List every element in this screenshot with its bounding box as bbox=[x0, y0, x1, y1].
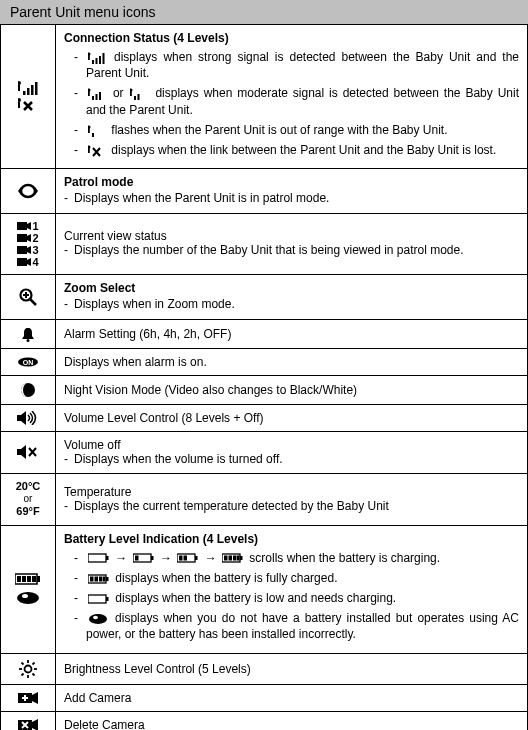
volume-off-heading: Volume off bbox=[64, 438, 120, 452]
svg-rect-2 bbox=[23, 91, 26, 95]
cam-num-2: 2 bbox=[32, 232, 38, 244]
battery-empty-icon bbox=[88, 594, 110, 604]
svg-rect-25 bbox=[92, 133, 94, 137]
night-vision-heading: Night Vision Mode (Video also changes to… bbox=[64, 383, 357, 397]
row-add-camera: Add Camera bbox=[1, 684, 528, 711]
temp-f: 69°F bbox=[9, 505, 47, 518]
svg-point-1 bbox=[18, 81, 21, 85]
battery-2-icon bbox=[177, 553, 199, 563]
svg-point-82 bbox=[93, 616, 98, 619]
connection-list: displays when strong signal is detected … bbox=[64, 49, 519, 158]
connection-item-3: displays when the link between the Paren… bbox=[74, 142, 519, 158]
svg-rect-59 bbox=[106, 556, 109, 560]
svg-marker-33 bbox=[27, 234, 31, 242]
battery-text-2: displays when the battery is low and nee… bbox=[115, 591, 396, 605]
row-brightness: Brightness Level Control (5 Levels) bbox=[1, 653, 528, 684]
svg-rect-48 bbox=[17, 449, 21, 455]
connection-item-2: flashes when the Parent Unit is out of r… bbox=[74, 122, 519, 138]
volume-off-desc: Displays when the volume is turned off. bbox=[64, 452, 519, 468]
page-title: Parent Unit menu icons bbox=[10, 4, 156, 20]
svg-rect-54 bbox=[27, 576, 31, 582]
connection-text-0: displays when strong signal is detected … bbox=[86, 50, 519, 80]
alarm-on-icon: ON bbox=[9, 357, 47, 367]
signal-4-icon bbox=[88, 52, 106, 64]
icon-cell-add-camera bbox=[1, 684, 56, 711]
alarm-icon bbox=[9, 326, 47, 342]
svg-rect-78 bbox=[103, 576, 106, 581]
svg-point-7 bbox=[18, 98, 21, 102]
desc-delete-camera: Delete Camera bbox=[56, 711, 528, 730]
svg-rect-65 bbox=[179, 556, 183, 561]
desc-alarm-on: Displays when alarm is on. bbox=[56, 348, 528, 375]
temperature-heading: Temperature bbox=[64, 485, 131, 499]
desc-night-vision: Night Vision Mode (Video also changes to… bbox=[56, 375, 528, 404]
svg-point-83 bbox=[25, 665, 32, 672]
svg-line-88 bbox=[22, 662, 24, 664]
svg-rect-23 bbox=[88, 128, 90, 133]
svg-point-9 bbox=[88, 52, 91, 55]
svg-point-15 bbox=[88, 89, 91, 92]
delete-camera-icon bbox=[9, 718, 47, 730]
desc-patrol: Patrol mode Displays when the Parent Uni… bbox=[56, 169, 528, 214]
battery-blob-icon bbox=[9, 591, 47, 605]
svg-line-41 bbox=[30, 299, 36, 305]
battery-empty-icon bbox=[88, 553, 110, 563]
svg-rect-21 bbox=[134, 96, 136, 100]
svg-rect-19 bbox=[130, 91, 132, 96]
icon-cell-delete-camera bbox=[1, 711, 56, 730]
desc-current-view: Current view status Displays the number … bbox=[56, 213, 528, 274]
icon-cell-night-vision bbox=[1, 375, 56, 404]
svg-rect-80 bbox=[106, 597, 109, 601]
row-zoom: Zoom Select Displays when in Zoom mode. bbox=[1, 275, 528, 320]
battery-item-0: → → → scrolls when the battery is chargi… bbox=[74, 550, 519, 566]
svg-rect-26 bbox=[88, 148, 90, 153]
svg-rect-22 bbox=[138, 94, 140, 100]
cam-num-3: 3 bbox=[32, 244, 38, 256]
battery-full-icon bbox=[9, 573, 47, 585]
temp-c: 20°C bbox=[9, 480, 47, 493]
desc-brightness: Brightness Level Control (5 Levels) bbox=[56, 653, 528, 684]
camera-icon bbox=[17, 233, 31, 243]
svg-rect-51 bbox=[37, 576, 40, 582]
svg-rect-30 bbox=[17, 222, 27, 230]
svg-rect-55 bbox=[32, 576, 36, 582]
camera-icon bbox=[17, 221, 31, 231]
svg-rect-12 bbox=[99, 56, 101, 64]
svg-text:ON: ON bbox=[23, 359, 34, 366]
svg-rect-76 bbox=[95, 576, 99, 581]
zoom-icon bbox=[9, 288, 47, 306]
battery-item-3: displays when you do not have a battery … bbox=[74, 610, 519, 642]
row-volume: Volume Level Control (8 Levels + Off) bbox=[1, 404, 528, 431]
connection-item-1: or displays when moderate signal is dete… bbox=[74, 85, 519, 117]
icon-table: Connection Status (4 Levels) displays wh… bbox=[0, 24, 528, 730]
svg-rect-3 bbox=[27, 88, 30, 95]
svg-rect-58 bbox=[88, 554, 106, 562]
svg-marker-97 bbox=[32, 719, 38, 730]
svg-rect-72 bbox=[237, 556, 240, 561]
svg-marker-28 bbox=[35, 187, 38, 195]
desc-zoom: Zoom Select Displays when in Zoom mode. bbox=[56, 275, 528, 320]
signal-x-icon bbox=[9, 98, 47, 112]
patrol-icon bbox=[9, 183, 47, 199]
battery-text-1: displays when the battery is fully charg… bbox=[115, 571, 337, 585]
row-alarm-setting: Alarm Setting (6h, 4h, 2h, OFF) bbox=[1, 319, 528, 348]
alarm-setting-heading: Alarm Setting (6h, 4h, 2h, OFF) bbox=[64, 327, 231, 341]
delete-camera-heading: Delete Camera bbox=[64, 718, 145, 730]
zoom-heading: Zoom Select bbox=[64, 281, 519, 295]
svg-rect-14 bbox=[88, 91, 90, 96]
svg-rect-13 bbox=[103, 53, 105, 64]
signal-1-icon bbox=[88, 125, 106, 137]
connection-item-0: displays when strong signal is detected … bbox=[74, 49, 519, 81]
battery-item-2: displays when the battery is low and nee… bbox=[74, 590, 519, 606]
svg-rect-68 bbox=[240, 556, 243, 560]
battery-full-icon bbox=[88, 574, 110, 584]
svg-rect-75 bbox=[90, 576, 94, 581]
svg-marker-93 bbox=[32, 692, 38, 704]
battery-text-0: scrolls when the battery is charging. bbox=[249, 551, 440, 565]
svg-rect-46 bbox=[17, 415, 21, 421]
svg-point-81 bbox=[89, 614, 107, 624]
svg-rect-36 bbox=[17, 258, 27, 266]
svg-marker-35 bbox=[27, 246, 31, 254]
icon-cell-battery bbox=[1, 525, 56, 653]
row-temperature: 20°C or 69°F Temperature Displays the cu… bbox=[1, 474, 528, 525]
